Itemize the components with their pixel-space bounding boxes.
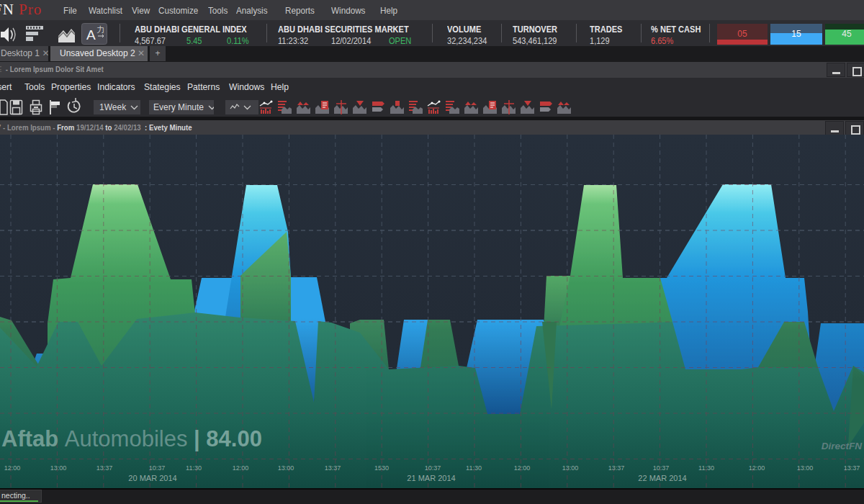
svg-text:A: A: [86, 27, 96, 42]
svg-text:13:37: 13:37: [325, 464, 341, 472]
svg-text:13:37: 13:37: [844, 464, 860, 472]
svg-text:13:00: 13:00: [562, 464, 579, 472]
svg-text:13:00: 13:00: [797, 464, 814, 472]
svg-text:10:37: 10:37: [425, 464, 441, 472]
svg-text:13:00: 13:00: [50, 464, 67, 472]
svg-text:13:00: 13:00: [278, 464, 294, 472]
svg-text:10:37: 10:37: [149, 464, 166, 472]
svg-text:10:37: 10:37: [653, 464, 670, 472]
svg-text:12:00: 12:00: [233, 464, 249, 472]
svg-text:21 MAR 2014: 21 MAR 2014: [407, 474, 455, 482]
svg-text:20 MAR 2014: 20 MAR 2014: [128, 474, 176, 482]
svg-text:力: 力: [96, 25, 104, 34]
svg-text:11:30: 11:30: [466, 464, 482, 472]
svg-text:Aftab Automobiles | 84.00: Aftab Automobiles | 84.00: [1, 426, 262, 451]
svg-text:11:30: 11:30: [698, 464, 714, 472]
svg-text:13:37: 13:37: [608, 464, 625, 472]
svg-text:DirectFN: DirectFN: [822, 441, 863, 451]
svg-text:12:00: 12:00: [514, 464, 531, 472]
svg-text:12:00: 12:00: [4, 464, 21, 472]
svg-text:1530: 1530: [374, 464, 389, 472]
svg-text:22 MAR 2014: 22 MAR 2014: [638, 474, 686, 482]
svg-text:12:00: 12:00: [749, 464, 765, 472]
svg-text:13:37: 13:37: [96, 464, 113, 472]
svg-text:11:30: 11:30: [186, 464, 202, 472]
